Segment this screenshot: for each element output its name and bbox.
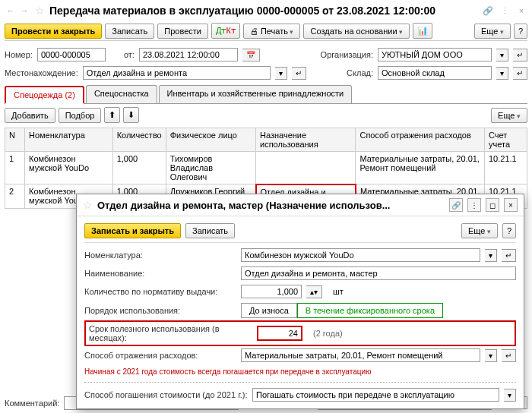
submit-close-button[interactable]: Провести и закрыть bbox=[5, 24, 102, 39]
col-n: N bbox=[5, 128, 25, 152]
main-toolbar: Провести и закрыть Записать Провести ДᴛК… bbox=[5, 21, 527, 41]
link-icon[interactable]: 🔗 bbox=[482, 5, 494, 17]
link-icon[interactable]: 🔗 bbox=[449, 198, 463, 212]
dots-icon[interactable]: ⋮ bbox=[467, 198, 481, 212]
title-bar: ← → ☆ Передача материалов в эксплуатацию… bbox=[5, 3, 527, 21]
location-select-button[interactable]: ▾ bbox=[275, 67, 287, 80]
nom-open-button[interactable]: ↵ bbox=[502, 249, 516, 262]
warehouse-label: Склад: bbox=[347, 68, 373, 77]
add-button[interactable]: Добавить bbox=[5, 108, 55, 123]
pay-select-button[interactable]: ▾ bbox=[504, 389, 516, 402]
dlg-save-close-button[interactable]: Записать и закрыть bbox=[84, 223, 181, 238]
assignment-dialog: ☆ Отдел дизайна и ремонта, мастер (Назна… bbox=[76, 194, 524, 409]
warehouse-input[interactable] bbox=[378, 66, 492, 80]
tab-spetsodezhda[interactable]: Спецодежда (2) bbox=[5, 86, 84, 104]
seg-fixed[interactable]: В течение фиксированного срока bbox=[297, 303, 443, 318]
date-picker-button[interactable]: 📅 bbox=[242, 49, 260, 61]
submit-button[interactable]: Провести bbox=[157, 24, 208, 39]
seg-wear[interactable]: До износа bbox=[241, 303, 297, 318]
nav-fwd[interactable]: → bbox=[18, 5, 30, 17]
location-open-button[interactable]: ↵ bbox=[292, 67, 306, 80]
tab-spetsosnastka[interactable]: Спецоснастка bbox=[86, 85, 157, 103]
term-label: Срок полезного использования (в месяцах)… bbox=[89, 324, 252, 342]
page-title: Передача материалов в эксплуатацию 0000-… bbox=[49, 5, 435, 17]
dlg-more-button[interactable]: Еще bbox=[461, 223, 498, 238]
qty-spinner[interactable]: ▴▾ bbox=[306, 285, 322, 298]
help-button[interactable]: ? bbox=[514, 24, 527, 39]
move-up-button[interactable]: ⬆ bbox=[104, 107, 120, 123]
dots-icon[interactable]: ⋮ bbox=[499, 5, 511, 17]
nom-label: Номенклатура: bbox=[84, 251, 236, 260]
create-based-button[interactable]: Создать на основании bbox=[303, 24, 410, 39]
warehouse-select-button[interactable]: ▾ bbox=[496, 67, 508, 80]
qty-unit: шт bbox=[333, 287, 344, 296]
pay-label: Способ погашения стоимости (до 2021 г.): bbox=[84, 390, 248, 399]
tab-inventory[interactable]: Инвентарь и хозяйственные принадлежности bbox=[159, 85, 353, 103]
dlg-save-button[interactable]: Записать bbox=[185, 223, 235, 238]
name-input[interactable] bbox=[241, 266, 516, 280]
nom-input[interactable] bbox=[241, 248, 480, 262]
qty-label: Количество по нормативу выдачи: bbox=[84, 287, 236, 296]
method-label: Способ отражения расходов: bbox=[84, 351, 236, 360]
report-button[interactable]: 📊 bbox=[413, 23, 432, 39]
star-icon[interactable]: ☆ bbox=[83, 199, 93, 211]
location-label: Местонахождение: bbox=[5, 68, 78, 77]
tabs: Спецодежда (2) Спецоснастка Инвентарь и … bbox=[5, 85, 527, 104]
dialog-title: Отдел дизайна и ремонта, мастер (Назначе… bbox=[97, 200, 445, 211]
note-text: Начиная с 2021 года стоимость всегда пог… bbox=[84, 364, 516, 379]
warehouse-open-button[interactable]: ↵ bbox=[513, 67, 527, 80]
pick-button[interactable]: Подбор bbox=[59, 108, 102, 123]
dt-kt-button[interactable]: ДᴛКᴛ bbox=[211, 23, 240, 39]
close-icon[interactable]: × bbox=[515, 5, 527, 17]
location-input[interactable] bbox=[83, 66, 271, 80]
method-open-button[interactable]: ↵ bbox=[502, 349, 516, 362]
org-open-button[interactable]: ↵ bbox=[513, 49, 527, 61]
col-acc: Счет учета bbox=[484, 128, 527, 152]
pay-input[interactable] bbox=[252, 388, 499, 402]
dlg-help-button[interactable]: ? bbox=[502, 223, 516, 238]
usage-order-segment: До износа В течение фиксированного срока bbox=[241, 303, 443, 318]
term-input[interactable] bbox=[257, 326, 302, 341]
method-select-button[interactable]: ▾ bbox=[485, 349, 497, 362]
term-hint: (2 года) bbox=[313, 329, 343, 338]
nav-back[interactable]: ← bbox=[5, 5, 17, 17]
nom-select-button[interactable]: ▾ bbox=[485, 249, 497, 262]
date-input[interactable] bbox=[139, 48, 238, 61]
org-select-button[interactable]: ▾ bbox=[496, 49, 508, 61]
more-button[interactable]: Еще bbox=[474, 24, 511, 39]
star-icon[interactable]: ☆ bbox=[35, 5, 45, 17]
method-input[interactable] bbox=[241, 348, 480, 362]
number-input[interactable] bbox=[37, 48, 106, 61]
close-icon[interactable]: × bbox=[504, 198, 518, 212]
org-input[interactable] bbox=[378, 48, 492, 61]
table-row[interactable]: 1 Комбинезон мужской YouDo 1,000 Тихомир… bbox=[5, 152, 527, 184]
from-label: от: bbox=[124, 50, 135, 59]
col-qty: Количество bbox=[112, 128, 166, 152]
move-down-button[interactable]: ⬇ bbox=[123, 107, 139, 123]
col-method: Способ отражения расходов bbox=[356, 128, 485, 152]
qty-input[interactable] bbox=[241, 285, 302, 298]
print-button[interactable]: 🖨 Печать bbox=[243, 24, 301, 39]
col-person: Физическое лицо bbox=[166, 128, 255, 152]
name-label: Наименование: bbox=[84, 269, 236, 278]
comment-label: Комментарий: bbox=[5, 399, 59, 408]
table-toolbar: Добавить Подбор ⬆ ⬇ Еще bbox=[5, 104, 527, 126]
col-purpose: Назначение использования bbox=[256, 128, 356, 152]
order-label: Порядок использования: bbox=[84, 306, 236, 315]
table-more-button[interactable]: Еще bbox=[491, 108, 527, 123]
detach-icon[interactable]: ◻ bbox=[486, 198, 499, 212]
org-label: Организация: bbox=[321, 50, 373, 59]
save-button[interactable]: Записать bbox=[105, 24, 154, 39]
number-label: Номер: bbox=[5, 50, 33, 59]
col-nom: Номенклатура bbox=[25, 128, 113, 152]
